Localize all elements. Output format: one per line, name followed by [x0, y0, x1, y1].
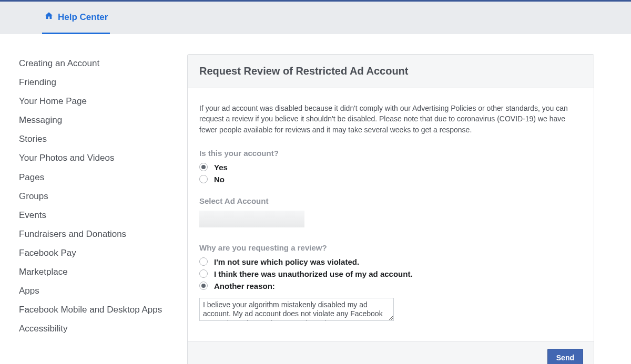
help-center-tab-label: Help Center: [58, 12, 108, 23]
sidebar-item[interactable]: Facebook Pay: [19, 247, 166, 259]
sidebar-item[interactable]: Friending: [19, 77, 166, 88]
sidebar: Creating an Account Friending Your Home …: [19, 54, 166, 338]
sidebar-item[interactable]: Creating an Account: [19, 58, 166, 69]
sidebar-item[interactable]: Apps: [19, 285, 166, 297]
card-footer: Send: [188, 341, 594, 364]
account-selector[interactable]: [199, 211, 304, 227]
sidebar-item[interactable]: Fundraisers and Donations: [19, 228, 166, 240]
sidebar-item[interactable]: Your Home Page: [19, 96, 166, 107]
q1-label: Is this your account?: [199, 149, 582, 158]
sidebar-item[interactable]: Facebook Mobile and Desktop Apps: [19, 304, 166, 316]
radio-label: Another reason:: [214, 282, 275, 290]
sidebar-item[interactable]: Marketplace: [19, 266, 166, 278]
radio-label: I'm not sure which policy was violated.: [214, 257, 359, 266]
radio-label: No: [214, 175, 225, 184]
radio-label: Yes: [214, 163, 228, 172]
q2-label: Why are you requesting a review?: [199, 243, 582, 252]
reason-textarea[interactable]: [199, 298, 394, 321]
sidebar-item[interactable]: Accessibility: [19, 323, 166, 335]
sidebar-item[interactable]: Groups: [19, 191, 166, 202]
sidebar-item[interactable]: Your Photos and Videos: [19, 152, 166, 164]
radio-label: I think there was unauthorized use of my…: [214, 269, 413, 278]
header: Help Center: [0, 2, 631, 34]
radio-icon: [199, 257, 208, 266]
home-icon: [44, 11, 54, 23]
radio-icon: [199, 163, 208, 171]
sidebar-item[interactable]: Events: [19, 210, 166, 221]
radio-icon: [199, 269, 208, 278]
radio-row-policy[interactable]: I'm not sure which policy was violated.: [199, 257, 582, 266]
help-center-tab[interactable]: Help Center: [42, 11, 110, 34]
radio-row-another[interactable]: Another reason:: [199, 282, 582, 290]
form-card: Request Review of Restricted Ad Account …: [187, 54, 594, 364]
card-body: If your ad account was disabled because …: [188, 88, 594, 332]
select-account-label: Select Ad Account: [199, 196, 582, 205]
sidebar-item[interactable]: Stories: [19, 133, 166, 145]
intro-text: If your ad account was disabled because …: [199, 103, 582, 135]
radio-row-no[interactable]: No: [199, 175, 582, 184]
radio-row-yes[interactable]: Yes: [199, 163, 582, 172]
radio-icon: [199, 282, 208, 290]
page-title: Request Review of Restricted Ad Account: [188, 55, 594, 88]
sidebar-item[interactable]: Pages: [19, 172, 166, 183]
radio-row-unauthorized[interactable]: I think there was unauthorized use of my…: [199, 269, 582, 278]
radio-icon: [199, 175, 208, 183]
sidebar-item[interactable]: Messaging: [19, 115, 166, 126]
send-button[interactable]: Send: [547, 349, 583, 364]
main-layout: Creating an Account Friending Your Home …: [0, 34, 631, 364]
